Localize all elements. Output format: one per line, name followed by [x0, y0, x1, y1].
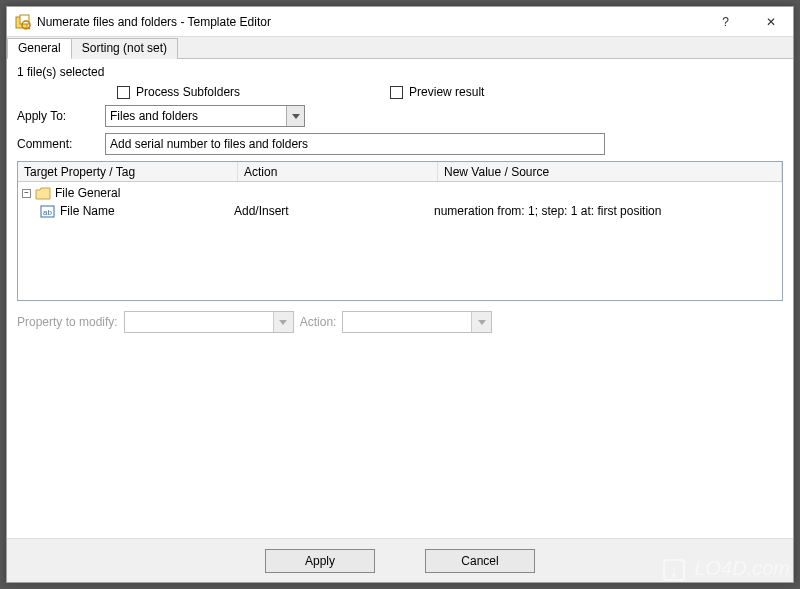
svg-marker-4 — [292, 114, 300, 119]
folder-icon — [35, 186, 51, 200]
chevron-down-icon — [286, 106, 304, 126]
tree-group-row[interactable]: − File General — [18, 184, 782, 202]
grid-header-action[interactable]: Action — [238, 162, 438, 181]
tab-sorting[interactable]: Sorting (not set) — [71, 38, 178, 59]
grid-body: − File General ab File Name — [18, 182, 782, 222]
window-title: Numerate files and folders - Template Ed… — [37, 15, 703, 29]
apply-button-label: Apply — [305, 554, 335, 568]
action-label: Action: — [300, 315, 337, 329]
cancel-button[interactable]: Cancel — [425, 549, 535, 573]
tree-item-value: numeration from: 1; step: 1 at: first po… — [434, 204, 778, 218]
apply-to-combo[interactable]: Files and folders — [105, 105, 305, 127]
files-selected-status: 1 file(s) selected — [17, 65, 783, 79]
process-subfolders-label: Process Subfolders — [136, 85, 240, 99]
preview-result-group: Preview result — [390, 85, 484, 99]
apply-to-label: Apply To: — [17, 109, 97, 123]
property-modify-row: Property to modify: Action: — [17, 311, 783, 333]
property-to-modify-combo — [124, 311, 294, 333]
grid-header-value[interactable]: New Value / Source — [438, 162, 782, 181]
property-icon: ab — [40, 204, 56, 218]
preview-result-label: Preview result — [409, 85, 484, 99]
chevron-down-icon — [273, 312, 293, 332]
comment-row: Comment: Add serial number to files and … — [17, 133, 783, 155]
grid-header: Target Property / Tag Action New Value /… — [18, 162, 782, 182]
preview-result-checkbox[interactable] — [390, 86, 403, 99]
comment-value: Add serial number to files and folders — [110, 137, 308, 151]
titlebar: Numerate files and folders - Template Ed… — [7, 7, 793, 37]
dialog-window: Numerate files and folders - Template Ed… — [6, 6, 794, 583]
action-combo — [342, 311, 492, 333]
tree-group-label: File General — [55, 186, 120, 200]
grid-header-property[interactable]: Target Property / Tag — [18, 162, 238, 181]
svg-marker-7 — [279, 320, 287, 325]
svg-text:ab: ab — [43, 208, 52, 217]
svg-rect-1 — [20, 15, 29, 24]
titlebar-buttons: ? ✕ — [703, 7, 793, 36]
footer: Apply Cancel — [7, 538, 793, 582]
tab-general-label: General — [18, 41, 61, 55]
apply-button[interactable]: Apply — [265, 549, 375, 573]
close-icon: ✕ — [766, 15, 776, 29]
help-button[interactable]: ? — [703, 7, 748, 37]
tree-item-label: File Name — [60, 204, 115, 218]
comment-label: Comment: — [17, 137, 97, 151]
svg-marker-8 — [478, 320, 486, 325]
tabbar: General Sorting (not set) — [7, 37, 793, 59]
tree-item-row[interactable]: ab File Name Add/Insert numeration from:… — [18, 202, 782, 220]
chevron-down-icon — [471, 312, 491, 332]
apply-to-row: Apply To: Files and folders — [17, 105, 783, 127]
checkbox-row: Process Subfolders Preview result — [17, 85, 783, 99]
comment-input[interactable]: Add serial number to files and folders — [105, 133, 605, 155]
close-button[interactable]: ✕ — [748, 7, 793, 37]
tree-item-action: Add/Insert — [234, 204, 434, 218]
property-to-modify-label: Property to modify: — [17, 315, 118, 329]
client-area: 1 file(s) selected Process Subfolders Pr… — [7, 59, 793, 538]
apply-to-value: Files and folders — [110, 109, 286, 123]
tab-general[interactable]: General — [7, 38, 72, 59]
collapse-icon[interactable]: − — [22, 189, 31, 198]
help-icon: ? — [722, 15, 729, 29]
app-icon — [15, 14, 31, 30]
tab-sorting-label: Sorting (not set) — [82, 41, 167, 55]
process-subfolders-group: Process Subfolders — [117, 85, 240, 99]
process-subfolders-checkbox[interactable] — [117, 86, 130, 99]
cancel-button-label: Cancel — [461, 554, 498, 568]
property-grid: Target Property / Tag Action New Value /… — [17, 161, 783, 301]
